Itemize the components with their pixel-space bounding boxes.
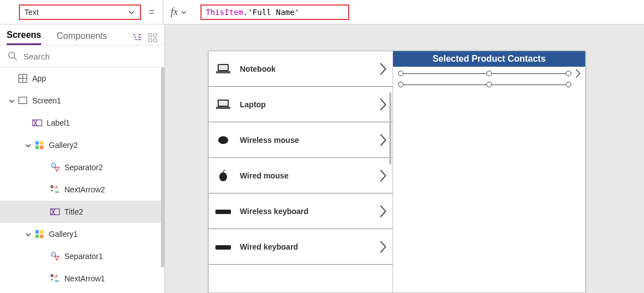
tree-panel: Screens Components Search AppScreen1Labe… [0,24,165,293]
tree-item-app[interactable]: App [0,67,164,90]
search-placeholder: Search [23,52,50,61]
tree-item-title2[interactable]: Title2 [0,201,164,223]
chevron-down-icon [128,8,135,16]
next-arrow-icon[interactable] [378,239,388,255]
product-item[interactable]: Wireless mouse [209,122,393,158]
gallery-contacts-item[interactable] [396,69,582,78]
contacts-header: Selected Product Contacts [393,51,585,67]
caret-icon [24,141,33,150]
tree-grid-view-icon[interactable] [148,33,158,43]
scrollbar[interactable] [389,92,391,165]
tree-list-view-icon[interactable] [132,33,142,43]
nextarrow-icon [50,185,60,195]
product-thumb [214,62,232,76]
screen-icon [18,96,28,106]
product-item[interactable]: Wired mouse [209,158,393,193]
nextarrow-icon [50,274,60,284]
caret-icon [8,96,17,105]
product-item[interactable]: Wireless keyboard [209,193,393,229]
gallery-products[interactable]: NotebookLaptopWireless mouseWired mouseW… [209,51,393,292]
search-icon [8,51,18,61]
next-arrow-icon[interactable] [574,68,582,79]
app-frame: NotebookLaptopWireless mouseWired mouseW… [208,51,586,293]
tab-screens[interactable]: Screens [7,30,41,45]
caret-icon [24,230,33,239]
product-title: Laptop [240,100,378,109]
gallery-contacts-item[interactable] [396,80,582,89]
product-thumb [214,240,232,254]
right-column: Selected Product Contacts [393,51,585,292]
tree-item-screen1[interactable]: Screen1 [0,90,164,112]
product-item[interactable]: Wired keyboard [209,229,393,265]
tree-item-gallery1[interactable]: Gallery1 [0,223,164,245]
tree-item-separator1[interactable]: Separator1 [0,245,164,267]
selection-handle[interactable] [486,71,492,76]
tree-item-nextarrow1[interactable]: NextArrow1 [0,267,164,290]
product-thumb [214,169,232,182]
label-icon [32,118,42,128]
tree-scroll[interactable]: AppScreen1Label1Gallery2Separator2NextAr… [0,67,164,293]
product-title: Wireless keyboard [240,207,378,216]
tree-item-label: Label1 [47,118,70,127]
gallery-icon [34,140,44,150]
product-item[interactable]: Laptop [209,87,393,122]
formula-bar: Text = fx ThisItem.'Full Name' [0,0,644,24]
separator-icon [50,251,60,261]
fx-icon: fx [171,6,178,18]
canvas-pane: NotebookLaptopWireless mouseWired mouseW… [165,24,644,293]
next-arrow-icon[interactable] [378,203,388,219]
tree-item-label: NextArrow1 [64,274,105,283]
selection-handle[interactable] [566,82,571,87]
formula-input[interactable]: ThisItem.'Full Name' [200,4,349,20]
next-arrow-icon[interactable] [378,168,388,183]
selection-handle[interactable] [566,71,571,76]
next-arrow-icon[interactable] [378,132,388,148]
tree-item-nextarrow2[interactable]: NextArrow2 [0,178,164,201]
tab-components[interactable]: Components [57,31,107,44]
product-thumb [214,205,232,218]
selection-handle[interactable] [398,82,404,87]
product-thumb [214,133,232,147]
tree-item-label: Gallery1 [49,230,78,239]
tree-item-label: Screen1 [32,96,61,105]
product-title: Wired mouse [240,171,378,180]
next-arrow-icon[interactable] [378,97,388,112]
tree-item-label: Title2 [64,207,83,216]
title-placeholder [401,85,568,85]
gallery-contacts[interactable] [393,67,585,292]
tree-item-gallery2[interactable]: Gallery2 [0,134,164,156]
separator-icon [50,162,60,172]
product-item[interactable]: Notebook [209,51,393,87]
tree-search[interactable]: Search [0,45,164,67]
selection-handle[interactable] [398,71,404,76]
label-icon [50,207,60,217]
product-title: Notebook [240,64,378,73]
fx-block[interactable]: fx [163,0,195,24]
selection-handle[interactable] [486,82,492,87]
tree-item-label1[interactable]: Label1 [0,112,164,134]
product-thumb [214,98,232,111]
formula-token-object: ThisItem [206,8,243,17]
tree-item-label: App [32,74,46,83]
tree-item-label: NextArrow2 [64,185,105,194]
tree-item-label: Separator1 [64,252,103,261]
product-title: Wireless mouse [240,136,378,145]
product-title: Wired keyboard [240,242,378,251]
equals-sign: = [149,6,155,18]
tree-tabs: Screens Components [0,24,164,45]
next-arrow-icon[interactable] [378,61,388,77]
gallery-icon [34,229,44,239]
formula-token-property: .'Full Name' [243,8,299,17]
tree-item-label: Separator2 [64,163,103,172]
property-dropdown[interactable]: Text [19,4,141,20]
app-icon [18,73,28,83]
title-placeholder [401,73,568,74]
tree-item-separator2[interactable]: Separator2 [0,156,164,178]
property-dropdown-value: Text [24,8,39,17]
chevron-down-icon [180,9,187,16]
tree-item-label: Gallery2 [49,141,78,150]
main-area: Screens Components Search AppScreen1Labe… [0,24,644,293]
